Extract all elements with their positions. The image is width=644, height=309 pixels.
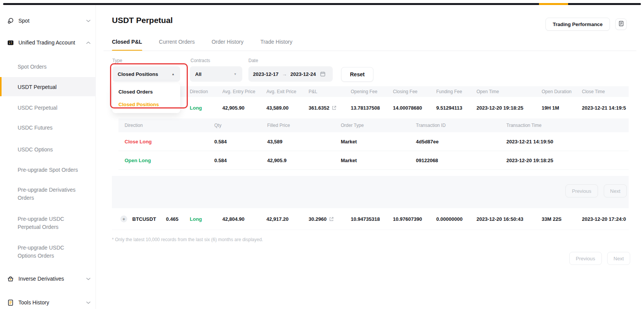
contracts-select[interactable]: All ▼ — [190, 66, 242, 82]
subcol-filled-price: Filled Price — [261, 123, 335, 128]
subcell-transaction-time: 2023-12-20 19:18:25 — [500, 158, 629, 163]
spot-icon — [7, 18, 14, 24]
subtable-row: Open Long 0.584 42,905.9 Market 09122068… — [118, 151, 629, 170]
subtable-row: Close Long 0.584 43,589 Market 4d5d87ee … — [118, 132, 629, 151]
sidebar-item-usdc-options[interactable]: USDC Options — [0, 146, 96, 154]
contracts-filter-label: Contracts — [191, 58, 210, 63]
col-closing-fee: Closing Fee — [390, 89, 433, 94]
col-open-time: Open Time — [473, 89, 539, 94]
sidebar-item-pre-upgrade-usdc-perpetual-orders[interactable]: Pre-upgrade USDC Perpetual Orders — [0, 215, 96, 231]
sidebar-item-spot-orders[interactable]: Spot Orders — [0, 63, 96, 71]
col-open-duration: Open Duration — [539, 89, 579, 94]
cell-avg-entry: 42,905.90 — [219, 105, 263, 111]
report-icon-button[interactable] — [615, 18, 627, 30]
cell-funding-fee: 9.51294113 — [433, 105, 473, 111]
share-pnl-icon[interactable] — [332, 105, 337, 110]
subcell-filled-price: 42,905.9 — [261, 158, 335, 163]
subcell-direction: Open Long — [118, 158, 208, 163]
chevron-up-icon — [86, 41, 90, 44]
subcell-qty: 0.584 — [208, 158, 261, 163]
calendar-icon — [320, 71, 325, 77]
tools-history-icon — [7, 299, 14, 306]
col-direction: Direction — [187, 89, 219, 94]
caret-down-icon: ▼ — [234, 72, 237, 76]
cell-opening-fee: 10.94735318 — [348, 216, 390, 222]
page-title: USDT Perpetual — [112, 16, 173, 25]
sidebar-item-tools-history[interactable]: Tools History — [0, 297, 96, 308]
tab-trade-history[interactable]: Trade History — [260, 39, 292, 51]
date-start: 2023-12-17 — [253, 71, 279, 77]
next-page-button[interactable]: Next — [607, 252, 631, 265]
cell-avg-entry: 42,804.90 — [219, 216, 263, 222]
table-row: + BTCUSDT 0.465 Long 42,804.90 42,917.20… — [112, 208, 629, 230]
sidebar-item-label: Unified Trading Account — [18, 39, 75, 46]
col-funding-fee: Funding Fee — [433, 89, 473, 94]
cell-direction: Long — [187, 216, 219, 222]
sidebar-item-usdc-futures[interactable]: USDC Futures — [0, 124, 96, 132]
sidebar-item-inverse-derivatives[interactable]: Inverse Derivatives — [0, 273, 96, 284]
cell-qty: 0.465 — [163, 216, 187, 222]
cell-closing-fee: 10.97607390 — [390, 216, 433, 222]
date-end: 2023-12-24 — [291, 71, 316, 77]
tab-closed-pnl[interactable]: Closed P&L — [112, 39, 142, 51]
expanded-previous-button[interactable]: Previous — [565, 184, 598, 197]
date-range-picker[interactable]: 2023-12-17 → 2023-12-24 — [248, 66, 333, 82]
menu-option-closed-orders[interactable]: Closed Orders — [112, 85, 180, 98]
type-select-menu: Closed Orders Closed Positions — [112, 83, 180, 113]
caret-up-icon: ▲ — [172, 72, 175, 76]
subcell-transaction-id: 09122068 — [410, 158, 500, 163]
subcol-qty: Qty — [208, 123, 261, 128]
subcell-transaction-time: 2023-12-21 14:19:50 — [500, 139, 629, 145]
expanded-next-button[interactable]: Next — [604, 184, 627, 197]
type-select-value: Closed Positions — [118, 71, 158, 77]
reset-button[interactable]: Reset — [341, 67, 373, 82]
sidebar-item-usdc-perpetual[interactable]: USDC Perpetual — [0, 104, 96, 112]
share-pnl-icon[interactable] — [329, 217, 334, 222]
inverse-derivatives-icon — [7, 276, 14, 282]
col-avg-entry-price: Avg. Entry Price — [219, 89, 263, 94]
col-opening-fee: Opening Fee — [348, 89, 390, 94]
sidebar-item-pre-upgrade-usdc-options-orders[interactable]: Pre-upgrade USDC Options Orders — [0, 244, 96, 260]
tab-order-history[interactable]: Order History — [212, 39, 243, 51]
sidebar: Spot Unified Trading Account Spot Orders… — [0, 5, 96, 309]
sidebar-item-label: Spot — [18, 18, 30, 24]
subcell-order-type: Market — [335, 139, 410, 145]
col-pnl: P&L — [306, 89, 348, 94]
cell-funding-fee: 0.00000000 — [433, 216, 473, 222]
tab-current-orders[interactable]: Current Orders — [159, 39, 195, 51]
records-limit-note: * Only the latest 10,000 records from th… — [112, 237, 629, 242]
chevron-down-icon — [86, 278, 90, 280]
sidebar-item-pre-upgrade-spot-orders[interactable]: Pre-upgrade Spot Orders — [0, 166, 96, 174]
sidebar-item-usdt-perpetual[interactable]: USDT Perpetual — [0, 83, 96, 91]
expand-row-button[interactable]: + — [120, 215, 127, 222]
previous-page-button[interactable]: Previous — [569, 252, 602, 265]
menu-option-closed-positions[interactable]: Closed Positions — [112, 98, 180, 111]
sidebar-item-unified-trading-account[interactable]: Unified Trading Account — [0, 37, 96, 48]
cell-open-time: 2023-12-20 16:50:43 — [473, 216, 539, 222]
header-actions: Trading Performance — [545, 18, 627, 31]
table-pagination: Previous Next — [569, 252, 630, 265]
table-header-row: Direction Avg. Entry Price Avg. Exit Pri… — [112, 86, 629, 97]
chevron-down-icon — [86, 301, 90, 304]
subcell-order-type: Market — [335, 158, 410, 163]
expanded-pagination-panel: Previous Next — [112, 176, 629, 208]
sidebar-item-label: Tools History — [18, 299, 49, 306]
date-range-arrow: → — [282, 71, 287, 77]
contracts-select-value: All — [195, 71, 202, 77]
expanded-order-details: Direction Qty Filled Price Order Type Tr… — [118, 118, 629, 170]
subcell-filled-price: 43,589 — [261, 139, 335, 145]
main-content: USDT Perpetual Trading Performance Close… — [96, 5, 644, 309]
sidebar-item-pre-upgrade-derivatives-orders[interactable]: Pre-upgrade Derivatives Orders — [0, 186, 96, 202]
type-select[interactable]: Closed Positions ▲ — [112, 66, 180, 82]
sidebar-item-spot[interactable]: Spot — [0, 15, 96, 26]
tab-bar: Closed P&L Current Orders Order History … — [112, 39, 292, 51]
table-row: − BTCUSDT 0.584 Long 42,905.90 43,589.00… — [112, 97, 629, 118]
trading-performance-button[interactable]: Trading Performance — [545, 18, 610, 31]
cell-contract: BTCUSDT — [129, 216, 163, 222]
subcol-order-type: Order Type — [335, 123, 410, 128]
chevron-down-icon — [86, 20, 90, 22]
closed-pnl-table: Direction Avg. Entry Price Avg. Exit Pri… — [112, 86, 629, 242]
cell-closing-fee: 14.00078680 — [390, 105, 433, 111]
cell-close-time: 2023-12-20 17:24:0 — [579, 216, 629, 222]
col-close-time: Close Time — [579, 89, 629, 94]
